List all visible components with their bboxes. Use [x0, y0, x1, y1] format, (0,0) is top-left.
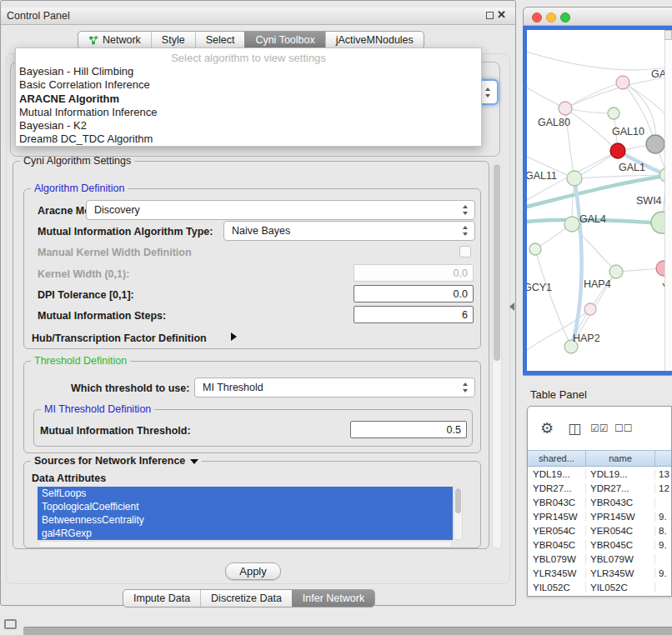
- minimize-traffic-light[interactable]: [546, 12, 556, 22]
- mi-threshold-field[interactable]: 0.5: [350, 421, 467, 438]
- network-node[interactable]: [584, 303, 596, 315]
- table-cell-name[interactable]: YDR27...: [586, 483, 655, 493]
- table-cell-extra[interactable]: 8.: [655, 526, 671, 536]
- table-cell-name[interactable]: YER054C: [586, 526, 655, 536]
- data-attribute-item[interactable]: gal4RGexp: [38, 527, 453, 540]
- select-all-icon[interactable]: ☑☑: [590, 422, 609, 434]
- table-row: YLR345W YLR345W 9.: [528, 566, 671, 580]
- table-cell-shared-name[interactable]: YER054C: [528, 526, 586, 536]
- cyni-bottom-tabbar: Impute Data Discretize Data Infer Networ…: [123, 589, 375, 608]
- table-cell-name[interactable]: YBL079W: [586, 554, 655, 564]
- table-cell-shared-name[interactable]: YDR27...: [528, 483, 586, 493]
- network-node[interactable]: [529, 243, 541, 255]
- table-cell-extra[interactable]: 9.: [655, 540, 671, 550]
- float-window-icon[interactable]: [486, 12, 494, 19]
- data-attribute-item[interactable]: BetweennessCentrality: [38, 513, 453, 527]
- manual-kernel-width-checkbox: [459, 246, 471, 258]
- network-canvas[interactable]: GALGAL80GAL10GAL11GAL1SWI4GAL4GCY1HAP4YH…: [527, 30, 672, 371]
- node-label: GAL80: [538, 117, 570, 128]
- column-chooser-icon[interactable]: ◫: [568, 420, 581, 438]
- combo-arrows-icon: [485, 88, 491, 98]
- table-cell-shared-name[interactable]: YBR043C: [528, 498, 586, 508]
- settings-group-title: Cyni Algorithm Settings: [20, 155, 134, 168]
- aracne-mode-value: Discovery: [94, 204, 140, 216]
- menu-item-dream8[interactable]: Dream8 DC_TDC Algorithm: [16, 132, 481, 146]
- table-cell-shared-name[interactable]: YDL19...: [528, 469, 586, 479]
- algorithm-definition-title: Algorithm Definition: [31, 182, 128, 195]
- table-cell-name[interactable]: YPR145W: [586, 512, 655, 522]
- apply-button[interactable]: Apply: [225, 562, 281, 580]
- table-cell-extra[interactable]: 9.: [655, 568, 671, 578]
- table-cell-extra[interactable]: 13: [655, 469, 671, 479]
- dpi-tolerance-field[interactable]: 0.0: [354, 285, 474, 302]
- tab-select-label: Select: [206, 34, 235, 46]
- network-node[interactable]: [646, 135, 664, 153]
- network-node[interactable]: [559, 102, 572, 115]
- node-label: GAL4: [579, 213, 606, 225]
- data-attribute-item[interactable]: TopologicalCoefficient: [38, 500, 453, 513]
- table-cell-shared-name[interactable]: YLR345W: [528, 568, 586, 578]
- mi-steps-field[interactable]: 6: [354, 306, 474, 323]
- attributes-hscrollbar[interactable]: [38, 541, 453, 548]
- data-attribute-item[interactable]: SelfLoops: [38, 487, 453, 500]
- menu-item-basic-correlation[interactable]: Basic Correlation Inference: [16, 78, 481, 92]
- sources-title-text: Sources for Network Inference: [34, 455, 185, 467]
- column-header-extra[interactable]: [655, 451, 671, 466]
- control-panel-tabbar: Network Style Select Cyni Toolbox jActiv…: [78, 31, 424, 49]
- tab-style[interactable]: Style: [151, 32, 195, 48]
- panel-divider-handle[interactable]: [509, 302, 514, 311]
- tab-select[interactable]: Select: [195, 32, 245, 48]
- network-node[interactable]: [608, 108, 619, 119]
- collapse-section-icon[interactable]: [190, 459, 198, 464]
- menu-item-bayesian-k2[interactable]: Bayesian - K2: [16, 119, 481, 132]
- tab-impute-data[interactable]: Impute Data: [123, 590, 200, 607]
- aracne-mode-select[interactable]: Discovery: [86, 200, 475, 220]
- attributes-vscrollbar-thumb[interactable]: [455, 488, 461, 513]
- table-cell-shared-name[interactable]: YPR145W: [528, 512, 586, 522]
- tab-jactivemodules[interactable]: jActiveMNodules: [325, 32, 424, 48]
- data-attributes-list: SelfLoopsTopologicalCoefficientBetweenne…: [38, 487, 453, 540]
- table-cell-shared-name[interactable]: YIL052C: [528, 582, 586, 592]
- settings-scrollbar-thumb[interactable]: [494, 164, 500, 361]
- tab-network[interactable]: Network: [78, 32, 151, 48]
- table-cell-name[interactable]: YBR043C: [586, 498, 655, 508]
- menu-item-mutual-information[interactable]: Mutual Information Inference: [16, 106, 481, 119]
- network-node[interactable]: [609, 265, 623, 278]
- expand-section-icon[interactable]: [231, 332, 237, 341]
- network-node[interactable]: [567, 171, 582, 186]
- table-cell-extra[interactable]: 9.: [655, 512, 671, 522]
- close-icon[interactable]: ✕: [497, 8, 506, 21]
- table-cell-name[interactable]: YLR345W: [586, 568, 655, 578]
- tab-infer-network-label: Infer Network: [303, 592, 364, 604]
- table-settings-gear-icon[interactable]: ⚙: [540, 419, 554, 438]
- which-threshold-select[interactable]: MI Threshold: [194, 378, 475, 398]
- menu-item-bayesian-hill-climbing[interactable]: Bayesian - Hill Climbing: [16, 65, 481, 78]
- hub-definition-label[interactable]: Hub/Transcription Factor Definition: [32, 332, 207, 344]
- deselect-all-icon[interactable]: ☐☐: [614, 422, 633, 434]
- column-header-shared-name[interactable]: shared...: [528, 451, 586, 466]
- table-cell-shared-name[interactable]: YBR045C: [528, 540, 586, 550]
- network-vscrollbar-button[interactable]: [664, 30, 672, 40]
- table-cell-name[interactable]: YIL052C: [586, 582, 655, 592]
- table-cell-shared-name[interactable]: YBL079W: [528, 554, 586, 564]
- menu-item-aracne[interactable]: ARACNE Algorithm: [16, 92, 481, 106]
- network-node[interactable]: [610, 143, 625, 158]
- tab-discretize-data[interactable]: Discretize Data: [200, 590, 292, 607]
- table-cell-name[interactable]: YDL19...: [586, 469, 655, 479]
- table-row: YBR045C YBR045C 9.: [528, 538, 671, 552]
- table-cell-name[interactable]: YBR045C: [586, 540, 655, 550]
- network-node[interactable]: [616, 76, 629, 89]
- zoom-traffic-light[interactable]: [560, 12, 570, 22]
- column-header-name[interactable]: name: [586, 451, 655, 466]
- network-node[interactable]: [564, 217, 579, 232]
- tab-infer-network[interactable]: Infer Network: [292, 590, 374, 607]
- mi-type-select[interactable]: Naive Bayes: [223, 221, 475, 241]
- control-panel-dock-icon[interactable]: [4, 619, 17, 629]
- tab-cyni-toolbox[interactable]: Cyni Toolbox: [244, 32, 324, 48]
- network-thick-edges-blue: [572, 151, 666, 347]
- sources-group-title[interactable]: Sources for Network Inference: [31, 455, 202, 468]
- close-traffic-light[interactable]: [532, 12, 542, 22]
- table-cell-extra[interactable]: 12: [655, 483, 671, 493]
- kernel-width-field: 0.0: [354, 264, 474, 282]
- network-vscrollbar[interactable]: [664, 30, 672, 371]
